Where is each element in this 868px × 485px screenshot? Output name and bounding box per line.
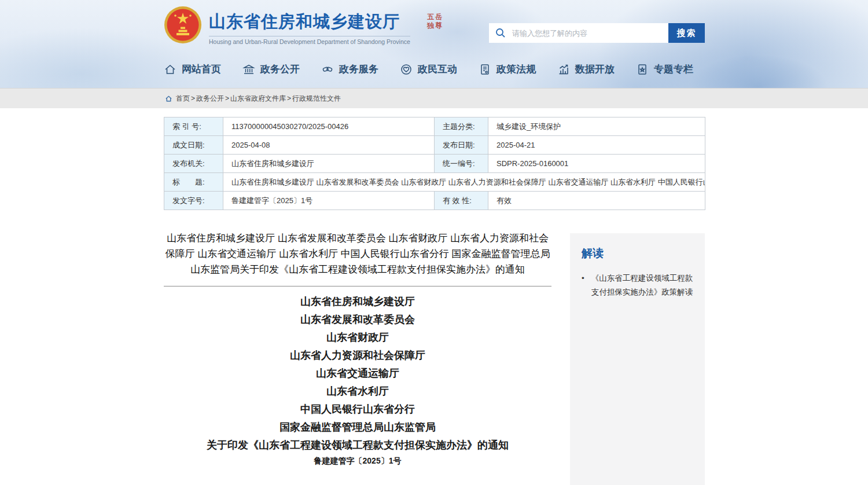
search-input[interactable] (512, 23, 668, 43)
nav-label: 数据开放 (575, 63, 615, 76)
search-box: 搜索 (489, 23, 705, 43)
document-number-value: 鲁建建管字〔2025〕1号 (223, 192, 435, 210)
agency-heading: 国家金融监督管理总局山东监管局 (164, 418, 551, 436)
policy-document-icon (479, 63, 491, 76)
index-number-value: 113700000045030270/2025-00426 (223, 117, 435, 136)
site-title-block: 山东省住房和城乡建设厅 Housing and Urban-Rural Deve… (209, 6, 410, 45)
table-row: 标 题: 山东省住房和城乡建设厅 山东省发展和改革委员会 山东省财政厅 山东省人… (164, 173, 705, 192)
table-row: 发文字号: 鲁建建管字〔2025〕1号 有 效 性: 有效 (164, 192, 705, 210)
nav-label: 政务服务 (339, 63, 378, 76)
document-number-label: 发文字号: (164, 192, 223, 210)
watercolor-decoration (683, 52, 833, 88)
topic-category-label: 主题分类: (435, 117, 488, 136)
seal-decoration: 五岳独尊 (425, 13, 445, 30)
topic-category-value: 城乡建设_环境保护 (488, 117, 705, 136)
breadcrumb-item-document-library[interactable]: 山东省政府文件库 (230, 94, 286, 104)
breadcrumb-home-icon (165, 95, 172, 102)
breadcrumb-separator: > (287, 94, 291, 102)
site-subtitle: Housing and Urban-Rural Development Depa… (209, 36, 410, 45)
table-row: 索 引 号: 113700000045030270/2025-00426 主题分… (164, 117, 705, 136)
main-nav: 网站首页 政务公开 政务服务 政民互动 政策法规 (164, 63, 693, 76)
sidebar-title: 解读 (582, 246, 694, 261)
nav-label: 政民互动 (418, 63, 457, 76)
agency-heading: 山东省住房和城乡建设厅 (164, 293, 551, 311)
notice-title-heading: 关于印发《山东省工程建设领域工程款支付担保实施办法》的通知 (164, 436, 551, 454)
bullet-icon (582, 271, 584, 299)
title-divider (164, 286, 551, 286)
nav-item-special-columns[interactable]: 专题专栏 (636, 63, 693, 76)
home-icon (164, 63, 176, 76)
site-header: 山东省住房和城乡建设厅 Housing and Urban-Rural Deve… (0, 0, 868, 88)
title-label: 标 题: (164, 173, 223, 192)
breadcrumb-separator: > (191, 94, 195, 102)
article-body-headings: 山东省住房和城乡建设厅 山东省发展和改革委员会 山东省财政厅 山东省人力资源和社… (164, 293, 551, 454)
heart-circle-icon (400, 63, 413, 76)
breadcrumb: 首页 > 政务公开 > 山东省政府文件库 > 行政规范性文件 (165, 94, 341, 104)
nav-item-policies[interactable]: 政策法规 (479, 63, 536, 76)
nav-item-home[interactable]: 网站首页 (164, 63, 221, 76)
title-value: 山东省住房和城乡建设厅 山东省发展和改革委员会 山东省财政厅 山东省人力资源和社… (223, 173, 705, 192)
page-root: { "header": { "site_title": "山东省住房和城乡建设厅… (0, 0, 868, 485)
nav-item-open-data[interactable]: 数据开放 (557, 63, 615, 76)
nav-item-gov-disclosure[interactable]: 政务公开 (242, 63, 300, 76)
interpretation-link[interactable]: 《山东省工程建设领域工程款支付担保实施办法》政策解读 (582, 271, 694, 299)
unified-number-label: 统一编号: (435, 155, 488, 173)
main-content: 索 引 号: 113700000045030270/2025-00426 主题分… (0, 108, 868, 485)
agency-heading: 山东省发展和改革委员会 (164, 311, 551, 329)
nav-item-public-interaction[interactable]: 政民互动 (400, 63, 457, 76)
nav-label: 政策法规 (496, 63, 536, 76)
issuing-agency-label: 发布机关: (164, 155, 223, 173)
document-number-line: 鲁建建管字〔2025〕1号 (164, 456, 551, 466)
nav-label: 政务公开 (260, 63, 300, 76)
national-emblem-icon (164, 6, 202, 44)
written-date-value: 2025-04-08 (223, 136, 435, 155)
table-row: 发布机关: 山东省住房和城乡建设厅 统一编号: SDPR-2025-016000… (164, 155, 705, 173)
handshake-icon (321, 63, 334, 76)
site-title: 山东省住房和城乡建设厅 (209, 10, 410, 34)
agency-heading: 山东省人力资源和社会保障厅 (164, 347, 551, 365)
article: 山东省住房和城乡建设厅 山东省发展和改革委员会 山东省财政厅 山东省人力资源和社… (164, 230, 551, 466)
interpretation-sidebar: 解读 《山东省工程建设领域工程款支付担保实施办法》政策解读 (570, 233, 705, 485)
breadcrumb-separator: > (225, 94, 229, 102)
index-number-label: 索 引 号: (164, 117, 223, 136)
search-icon (489, 28, 512, 38)
agency-heading: 山东省交通运输厅 (164, 365, 551, 383)
agency-heading: 中国人民银行山东省分行 (164, 401, 551, 418)
star-document-icon (636, 63, 649, 76)
breadcrumb-item-current: 行政规范性文件 (292, 94, 341, 104)
validity-label: 有 效 性: (435, 192, 488, 210)
site-logo[interactable]: 山东省住房和城乡建设厅 Housing and Urban-Rural Deve… (164, 6, 410, 45)
agency-heading: 山东省财政厅 (164, 329, 551, 347)
document-metadata-table: 索 引 号: 113700000045030270/2025-00426 主题分… (164, 117, 705, 210)
unified-number-value: SDPR-2025-0160001 (488, 155, 705, 173)
breadcrumb-item-gov-disclosure[interactable]: 政务公开 (196, 94, 224, 104)
written-date-label: 成文日期: (164, 136, 223, 155)
issuing-agency-value: 山东省住房和城乡建设厅 (223, 155, 435, 173)
nav-label: 网站首页 (182, 63, 221, 76)
table-row: 成文日期: 2025-04-08 发布日期: 2025-04-21 (164, 136, 705, 155)
breadcrumb-bar: 首页 > 政务公开 > 山东省政府文件库 > 行政规范性文件 (0, 88, 868, 108)
breadcrumb-item-home[interactable]: 首页 (176, 94, 190, 104)
nav-label: 专题专栏 (654, 63, 693, 76)
agency-heading: 山东省水利厅 (164, 383, 551, 401)
interpretation-link-label: 《山东省工程建设领域工程款支付担保实施办法》政策解读 (591, 271, 694, 299)
data-chart-icon (557, 63, 570, 76)
publish-date-label: 发布日期: (435, 136, 488, 155)
nav-item-gov-services[interactable]: 政务服务 (321, 63, 378, 76)
validity-value: 有效 (488, 192, 705, 210)
article-title: 山东省住房和城乡建设厅 山东省发展和改革委员会 山东省财政厅 山东省人力资源和社… (164, 230, 551, 277)
government-building-icon (242, 63, 255, 76)
search-button[interactable]: 搜索 (668, 23, 705, 43)
publish-date-value: 2025-04-21 (488, 136, 705, 155)
